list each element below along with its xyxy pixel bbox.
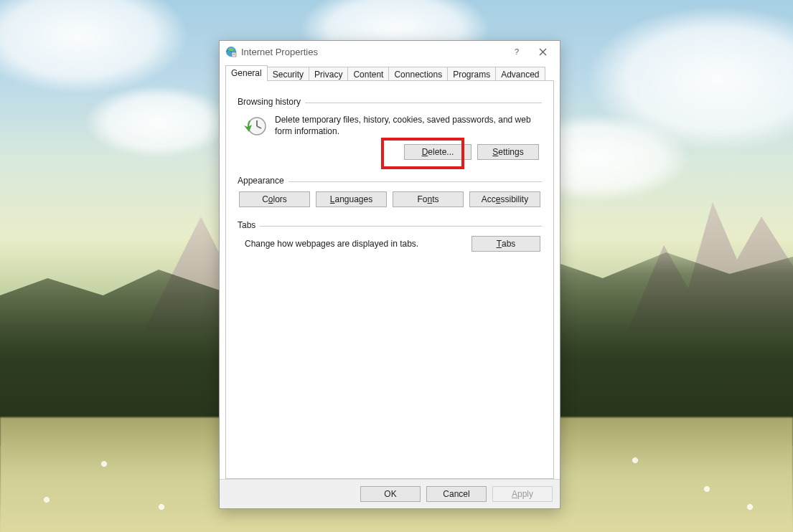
group-appearance: Appearance xyxy=(238,176,542,186)
help-button[interactable]: ? xyxy=(504,44,530,60)
group-label: Appearance xyxy=(238,176,288,186)
cancel-button[interactable]: Cancel xyxy=(426,486,487,502)
tab-advanced[interactable]: Advanced xyxy=(495,67,545,82)
client-area: General Security Privacy Content Connect… xyxy=(220,62,560,479)
group-label: Tabs xyxy=(238,220,260,230)
history-icon xyxy=(243,114,268,138)
tab-security[interactable]: Security xyxy=(267,67,309,82)
tab-label: Connections xyxy=(394,70,442,80)
delete-button[interactable]: Delete... xyxy=(404,144,471,160)
window-title: Internet Properties xyxy=(241,47,504,57)
tab-label: General xyxy=(231,68,262,78)
apply-button[interactable]: Apply xyxy=(492,486,553,502)
svg-point-1 xyxy=(228,48,234,51)
fonts-button[interactable]: Fonts xyxy=(393,191,464,207)
browsing-history-description: Delete temporary files, history, cookies… xyxy=(275,114,542,137)
svg-rect-2 xyxy=(232,52,236,57)
languages-button[interactable]: Languages xyxy=(316,191,387,207)
tabs-button[interactable]: Tabs xyxy=(471,236,540,252)
tab-connections[interactable]: Connections xyxy=(388,67,448,82)
separator xyxy=(288,181,542,182)
tab-general[interactable]: General xyxy=(225,65,268,81)
dialog-footer: OK Cancel Apply xyxy=(220,479,560,508)
svg-text:?: ? xyxy=(515,47,519,56)
group-label: Browsing history xyxy=(238,97,305,107)
tab-label: Programs xyxy=(453,70,490,80)
separator xyxy=(305,103,542,103)
tab-privacy[interactable]: Privacy xyxy=(309,67,348,82)
separator xyxy=(260,226,542,227)
tab-label: Security xyxy=(273,70,304,80)
group-tabs: Tabs xyxy=(238,220,542,230)
desktop-wallpaper: Internet Properties ? General Security P… xyxy=(0,0,793,532)
tab-label: Content xyxy=(353,70,383,80)
tabs-bar: General Security Privacy Content Connect… xyxy=(225,65,554,81)
close-button[interactable] xyxy=(530,44,555,60)
settings-button[interactable]: Settings xyxy=(477,144,539,160)
internet-properties-dialog: Internet Properties ? General Security P… xyxy=(219,40,560,509)
colors-button[interactable]: Colors xyxy=(239,191,310,207)
accessibility-button[interactable]: Accessibility xyxy=(469,191,540,207)
tab-content[interactable]: Content xyxy=(347,67,389,82)
tab-label: Advanced xyxy=(501,70,539,80)
internet-options-icon xyxy=(225,46,237,57)
tab-programs[interactable]: Programs xyxy=(447,67,496,82)
ok-button[interactable]: OK xyxy=(360,486,421,502)
tabs-section-description: Change how webpages are displayed in tab… xyxy=(245,239,418,249)
tab-panel-general: Browsing history Delete temporary files,… xyxy=(225,80,554,479)
group-browsing-history: Browsing history xyxy=(238,97,542,107)
titlebar: Internet Properties ? xyxy=(220,41,560,62)
tab-label: Privacy xyxy=(314,70,342,80)
